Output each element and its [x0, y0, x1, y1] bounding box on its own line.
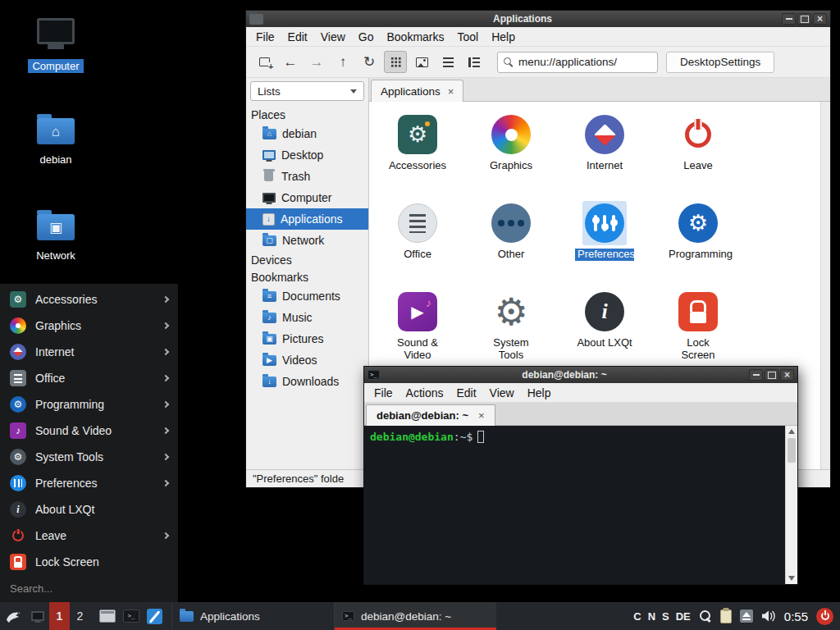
close-button[interactable] — [780, 369, 794, 381]
sidebar-item-downloads[interactable]: ↓ Downloads — [246, 371, 368, 392]
workspace-2[interactable]: 2 — [70, 602, 90, 630]
sidebar-item-music[interactable]: ♪ Music — [246, 307, 368, 328]
menu-view[interactable]: View — [483, 385, 521, 401]
menu-tool[interactable]: Tool — [451, 29, 486, 45]
menu-help[interactable]: Help — [485, 29, 522, 45]
minimize-button[interactable] — [749, 369, 763, 381]
scrollbar-thumb[interactable] — [788, 438, 796, 463]
tab-close-icon[interactable]: × — [478, 409, 485, 422]
menu-actions[interactable]: Actions — [399, 385, 450, 401]
path-bar[interactable] — [497, 52, 658, 73]
up-button[interactable]: ↑ — [331, 51, 354, 73]
terminal-scrollbar[interactable] — [785, 426, 797, 584]
menu-edit[interactable]: Edit — [281, 29, 314, 45]
app-item-preferences[interactable]: Preferences — [558, 197, 651, 285]
fm-titlebar[interactable]: Applications — [246, 11, 830, 27]
thumbnail-view-button[interactable] — [410, 51, 433, 73]
terminal-output[interactable]: debian@debian:~$ — [364, 426, 797, 584]
desktop-settings-button[interactable]: DesktopSettings — [666, 52, 774, 73]
menu-item-preferences[interactable]: Preferences — [0, 470, 178, 496]
maximize-button[interactable] — [765, 369, 778, 381]
scroll-down-icon[interactable] — [788, 576, 795, 581]
magnifier-icon[interactable] — [699, 609, 712, 623]
workspace-1[interactable]: 1 — [49, 602, 70, 630]
menu-file[interactable]: File — [368, 385, 399, 401]
editor-launcher-icon[interactable] — [147, 609, 162, 624]
volume-icon[interactable] — [761, 609, 776, 623]
menu-bookmarks[interactable]: Bookmarks — [380, 29, 450, 45]
menu-file[interactable]: File — [249, 29, 281, 45]
minimize-button[interactable] — [782, 13, 796, 25]
menu-item-label: Office — [35, 372, 65, 385]
start-menu-button[interactable] — [0, 602, 26, 630]
terminal-titlebar[interactable]: debian@debian: ~ — [364, 367, 797, 383]
app-item-about-lxqt[interactable]: About LXQt — [558, 285, 651, 374]
reload-button[interactable]: ↻ — [358, 51, 381, 73]
menu-item-leave[interactable]: Leave — [0, 523, 178, 549]
compact-view-button[interactable] — [436, 51, 459, 73]
task-applications[interactable]: Applications — [171, 602, 334, 630]
desktop-icon-network[interactable]: ▣ Network — [13, 209, 98, 262]
menu-item-sound-video[interactable]: Sound & Video — [0, 418, 178, 444]
menu-item-internet[interactable]: Internet — [0, 339, 178, 365]
fm-scrollbar[interactable] — [820, 102, 830, 469]
path-input[interactable] — [518, 56, 651, 68]
scroll-up-icon[interactable] — [788, 429, 795, 434]
icon-view-button[interactable] — [384, 51, 407, 73]
menu-item-lock-screen[interactable]: Lock Screen — [0, 549, 178, 575]
sidebar-item-trash[interactable]: Trash — [246, 166, 368, 187]
removable-media-icon[interactable] — [740, 609, 753, 623]
detailed-view-button[interactable] — [463, 51, 486, 73]
app-item-programming[interactable]: Programming — [651, 197, 745, 285]
menu-go[interactable]: Go — [352, 29, 381, 45]
app-item-sound-video[interactable]: Sound & Video — [371, 285, 464, 374]
app-item-system-tools[interactable]: System Tools — [464, 285, 558, 374]
sidebar-item-videos[interactable]: ▶ Videos — [246, 349, 368, 371]
menu-item-office[interactable]: Office — [0, 365, 178, 391]
menu-item-about-lxqt[interactable]: About LXQt — [0, 496, 178, 523]
back-button[interactable]: ← — [279, 51, 302, 73]
tab-applications[interactable]: Applications × — [371, 80, 463, 102]
menu-edit[interactable]: Edit — [450, 385, 482, 401]
app-item-leave[interactable]: Leave — [651, 108, 745, 197]
sidebar-item-applications[interactable]: Applications — [246, 208, 368, 230]
sidebar-item-network[interactable]: ▢ Network — [246, 230, 368, 251]
menu-help[interactable]: Help — [521, 385, 558, 401]
sidebar-item-pictures[interactable]: ▣ Pictures — [246, 328, 368, 349]
sidebar-mode-select[interactable]: Lists — [250, 81, 364, 101]
tab-close-icon[interactable]: × — [448, 85, 454, 98]
app-item-label: About LXQt — [577, 337, 632, 349]
sidebar-item-desktop[interactable]: Desktop — [246, 144, 368, 166]
file-manager-launcher-icon[interactable] — [99, 609, 116, 623]
close-button[interactable] — [813, 13, 827, 25]
menu-view[interactable]: View — [314, 29, 352, 45]
sidebar-item-home[interactable]: ⌂ debian — [246, 123, 368, 144]
forward-button[interactable]: → — [305, 51, 328, 73]
keyboard-indicators[interactable]: C N S DE — [633, 610, 691, 623]
search-input[interactable] — [10, 582, 168, 595]
app-item-label: System Tools — [482, 337, 541, 362]
desktop-icon-debian[interactable]: ⌂ debian — [13, 113, 98, 167]
sidebar-item-documents[interactable]: ≡ Documents — [246, 285, 368, 307]
menu-item-accessories[interactable]: Accessories — [0, 286, 178, 313]
sidebar-item-computer[interactable]: Computer — [246, 187, 368, 208]
app-item-internet[interactable]: Internet — [558, 108, 651, 197]
new-tab-button[interactable] — [253, 51, 276, 73]
clipboard-icon[interactable] — [720, 609, 732, 623]
desktop-icon-computer[interactable]: Computer — [13, 18, 98, 73]
show-desktop-button[interactable] — [26, 602, 49, 630]
menu-item-programming[interactable]: Programming — [0, 391, 178, 418]
app-item-office[interactable]: Office — [371, 197, 464, 285]
app-item-lock-screen[interactable]: Lock Screen — [651, 285, 745, 374]
power-button[interactable] — [816, 608, 833, 625]
terminal-tab[interactable]: debian@debian: ~ × — [366, 404, 495, 426]
app-item-accessories[interactable]: Accessories — [371, 108, 464, 197]
terminal-launcher-icon[interactable] — [123, 609, 139, 623]
menu-item-system-tools[interactable]: System Tools — [0, 444, 178, 470]
app-item-other[interactable]: Other — [464, 197, 558, 285]
maximize-button[interactable] — [797, 13, 811, 25]
menu-item-graphics[interactable]: Graphics — [0, 313, 178, 339]
app-item-graphics[interactable]: Graphics — [464, 108, 558, 197]
clock[interactable]: 0:55 — [784, 609, 808, 623]
task-terminal[interactable]: debian@debian: ~ — [334, 602, 496, 630]
